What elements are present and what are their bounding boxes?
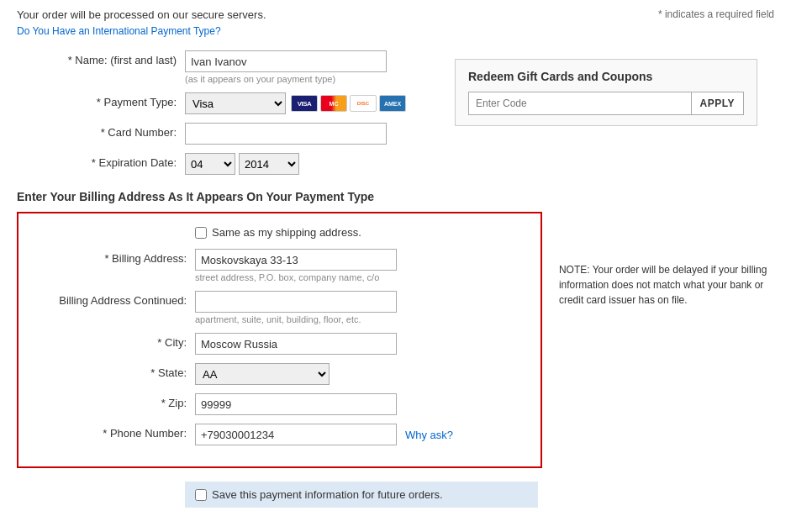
expiry-year-select[interactable]: 2014 201520162017 201820192020 bbox=[239, 153, 299, 175]
gift-card-apply-button[interactable]: APPLY bbox=[692, 92, 744, 115]
billing-address-continued-label: Billing Address Continued: bbox=[27, 291, 195, 307]
billing-address-label: * Billing Address: bbox=[27, 249, 195, 265]
gift-card-input[interactable] bbox=[468, 92, 692, 115]
expiry-month-select[interactable]: 010203 04 050607 080910 1112 bbox=[185, 153, 235, 175]
gift-card-box: Redeem Gift Cards and Coupons APPLY bbox=[455, 59, 757, 126]
required-indicator: * indicates a required field bbox=[658, 8, 774, 21]
note-label: NOTE: bbox=[559, 264, 590, 276]
state-label: * State: bbox=[27, 363, 195, 379]
expiration-label: * Expiration Date: bbox=[17, 153, 185, 169]
same-as-shipping-label: Same as my shipping address. bbox=[212, 226, 361, 239]
save-payment-label: Save this payment information for future… bbox=[212, 488, 443, 501]
city-input[interactable] bbox=[195, 333, 397, 355]
state-select[interactable]: AA AE AP AL AK AZ CA NY bbox=[195, 363, 330, 385]
payment-type-label: * Payment Type: bbox=[17, 92, 185, 108]
name-input[interactable] bbox=[185, 50, 387, 72]
why-ask-link[interactable]: Why ask? bbox=[405, 429, 453, 441]
visa-icon: VISA bbox=[291, 95, 318, 112]
gift-card-title: Redeem Gift Cards and Coupons bbox=[468, 70, 744, 83]
billing-address-hint: street address, P.O. box, company name, … bbox=[195, 272, 397, 282]
note-box: NOTE: Your order will be delayed if your… bbox=[559, 212, 774, 308]
phone-input[interactable] bbox=[195, 424, 397, 445]
same-as-shipping-checkbox[interactable] bbox=[195, 227, 207, 239]
card-icons: VISA MC DISC AMEX bbox=[291, 95, 406, 112]
phone-label: * Phone Number: bbox=[27, 424, 195, 440]
city-label: * City: bbox=[27, 333, 195, 349]
payment-type-select[interactable]: Visa MasterCard Discover American Expres… bbox=[185, 92, 286, 114]
save-payment-checkbox[interactable] bbox=[195, 489, 207, 501]
secure-server-notice: Your order will be processed on our secu… bbox=[17, 8, 266, 21]
name-hint: (as it appears on your payment type) bbox=[185, 74, 387, 84]
zip-label: * Zip: bbox=[27, 393, 195, 409]
billing-address-continued-hint: apartment, suite, unit, building, floor,… bbox=[195, 314, 397, 324]
zip-input[interactable] bbox=[195, 393, 397, 415]
name-label: * Name: (first and last) bbox=[17, 50, 185, 66]
discover-icon: DISC bbox=[350, 95, 377, 112]
billing-box: Same as my shipping address. * Billing A… bbox=[17, 212, 542, 468]
card-number-label: * Card Number: bbox=[17, 123, 185, 139]
save-payment-row: Save this payment information for future… bbox=[185, 482, 538, 508]
billing-address-continued-input[interactable] bbox=[195, 291, 397, 313]
billing-address-input[interactable] bbox=[195, 249, 397, 271]
mastercard-icon: MC bbox=[320, 95, 347, 112]
amex-icon: AMEX bbox=[379, 95, 406, 112]
note-text: Your order will be delayed if your billi… bbox=[559, 264, 767, 306]
billing-section-title: Enter Your Billing Address As It Appears… bbox=[17, 190, 774, 203]
intl-payment-link[interactable]: Do You Have an International Payment Typ… bbox=[17, 25, 221, 37]
card-number-input[interactable] bbox=[185, 123, 387, 145]
